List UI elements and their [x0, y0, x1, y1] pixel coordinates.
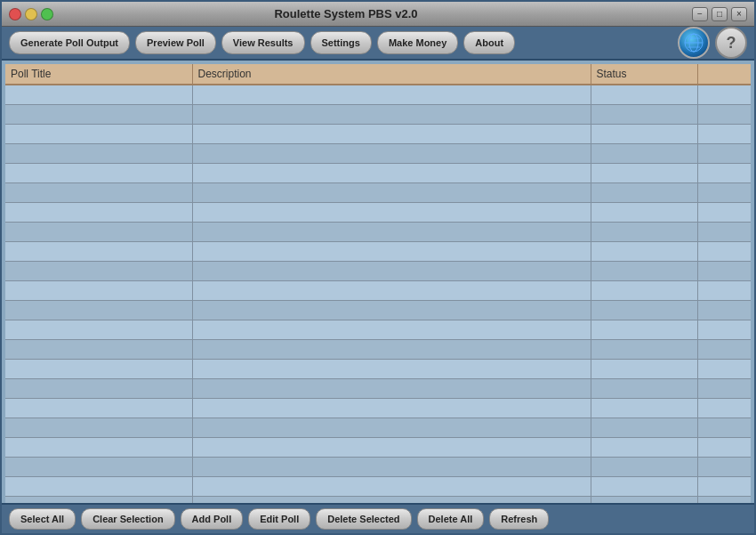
table-row[interactable] — [5, 359, 751, 378]
cell-extra — [697, 457, 751, 476]
cell-description — [192, 496, 591, 503]
cell-title — [5, 437, 192, 457]
table-row[interactable] — [5, 143, 751, 163]
view-results-button[interactable]: View Results — [221, 31, 305, 54]
cell-extra — [697, 280, 751, 300]
table-row[interactable] — [5, 496, 751, 503]
cell-status — [591, 496, 697, 503]
cell-description — [192, 300, 591, 320]
table-row[interactable] — [5, 241, 751, 261]
cell-title — [5, 241, 192, 261]
select-all-button[interactable]: Select All — [9, 508, 76, 530]
cell-extra — [697, 163, 751, 182]
table-row[interactable] — [5, 261, 751, 280]
table-row[interactable] — [5, 222, 751, 241]
window-title: Roulette System PBS v2.0 — [53, 7, 639, 20]
polls-table: Poll Title Description Status — [5, 64, 751, 503]
cell-extra — [697, 300, 751, 320]
cell-extra — [697, 378, 751, 398]
cell-description — [192, 222, 591, 241]
table-row[interactable] — [5, 417, 751, 437]
delete-selected-button[interactable]: Delete Selected — [316, 508, 411, 530]
table-row[interactable] — [5, 85, 751, 104]
cell-extra — [697, 182, 751, 202]
traffic-lights — [9, 8, 53, 20]
clear-selection-button[interactable]: Clear Selection — [81, 508, 174, 530]
col-header-description: Description — [192, 64, 591, 85]
cell-title — [5, 163, 192, 182]
cell-status — [591, 163, 697, 182]
cell-title — [5, 398, 192, 417]
preview-poll-button[interactable]: Preview Poll — [135, 31, 216, 54]
make-money-button[interactable]: Make Money — [377, 31, 458, 54]
minimize-traffic-light[interactable] — [25, 8, 37, 20]
cell-description — [192, 163, 591, 182]
maximize-button[interactable]: □ — [712, 7, 728, 21]
cell-title — [5, 202, 192, 222]
table-row[interactable] — [5, 300, 751, 320]
close-traffic-light[interactable] — [9, 8, 21, 20]
table-row[interactable] — [5, 378, 751, 398]
cell-title — [5, 496, 192, 503]
globe-button[interactable] — [678, 27, 710, 59]
cell-extra — [697, 417, 751, 437]
cell-status — [591, 241, 697, 261]
cell-extra — [697, 143, 751, 163]
cell-title — [5, 104, 192, 124]
cell-title — [5, 359, 192, 378]
table-row[interactable] — [5, 163, 751, 182]
table-row[interactable] — [5, 476, 751, 496]
refresh-button[interactable]: Refresh — [489, 508, 549, 530]
cell-description — [192, 417, 591, 437]
cell-description — [192, 85, 591, 104]
cell-title — [5, 261, 192, 280]
cell-extra — [697, 124, 751, 143]
cell-title — [5, 222, 192, 241]
settings-button[interactable]: Settings — [310, 31, 372, 54]
table-row[interactable] — [5, 398, 751, 417]
main-window: Roulette System PBS v2.0 − □ × Generate … — [0, 0, 756, 535]
cell-status — [591, 417, 697, 437]
edit-poll-button[interactable]: Edit Poll — [248, 508, 310, 530]
delete-all-button[interactable]: Delete All — [417, 508, 485, 530]
table-body — [5, 85, 751, 503]
cell-description — [192, 241, 591, 261]
cell-description — [192, 261, 591, 280]
globe-icon — [683, 32, 704, 53]
cell-description — [192, 124, 591, 143]
table-row[interactable] — [5, 437, 751, 457]
cell-title — [5, 417, 192, 437]
table-row[interactable] — [5, 280, 751, 300]
table-row[interactable] — [5, 202, 751, 222]
table-row[interactable] — [5, 457, 751, 476]
cell-description — [192, 182, 591, 202]
toolbar: Generate Poll Output Preview Poll View R… — [2, 27, 754, 61]
table-row[interactable] — [5, 182, 751, 202]
cell-status — [591, 359, 697, 378]
add-poll-button[interactable]: Add Poll — [181, 508, 244, 530]
minimize-button[interactable]: − — [692, 7, 708, 21]
cell-status — [591, 280, 697, 300]
window-controls: − □ × — [692, 7, 747, 21]
table-row[interactable] — [5, 104, 751, 124]
close-button[interactable]: × — [731, 7, 747, 21]
cell-status — [591, 437, 697, 457]
generate-poll-output-button[interactable]: Generate Poll Output — [9, 31, 130, 54]
cell-extra — [697, 339, 751, 359]
table-row[interactable] — [5, 320, 751, 339]
cell-title — [5, 339, 192, 359]
cell-title — [5, 85, 192, 104]
about-button[interactable]: About — [463, 31, 515, 54]
cell-description — [192, 398, 591, 417]
cell-extra — [697, 320, 751, 339]
help-button[interactable]: ? — [715, 27, 747, 59]
cell-status — [591, 104, 697, 124]
table-row[interactable] — [5, 124, 751, 143]
cell-status — [591, 124, 697, 143]
cell-status — [591, 222, 697, 241]
maximize-traffic-light[interactable] — [41, 8, 53, 20]
table-row[interactable] — [5, 339, 751, 359]
cell-status — [591, 339, 697, 359]
cell-status — [591, 182, 697, 202]
cell-description — [192, 202, 591, 222]
